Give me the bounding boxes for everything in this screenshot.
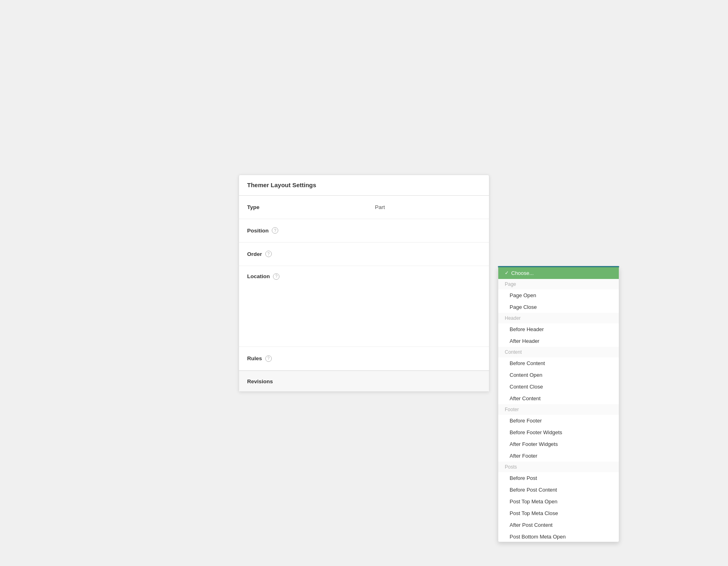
dropdown-group-content: Content bbox=[498, 347, 619, 357]
dropdown-item-after-footer[interactable]: After Footer bbox=[498, 450, 619, 462]
order-help-icon[interactable]: ? bbox=[265, 251, 272, 257]
dropdown-item-before-post-content[interactable]: Before Post Content bbox=[498, 484, 619, 496]
order-value-cell bbox=[368, 248, 489, 260]
dropdown-item-post-top-meta-open[interactable]: Post Top Meta Open bbox=[498, 496, 619, 507]
dropdown-item-page-open[interactable]: Page Open bbox=[498, 289, 619, 301]
settings-table: Type Part Position ? Order ? Locat bbox=[239, 196, 489, 371]
dropdown-item-content-close[interactable]: Content Close bbox=[498, 381, 619, 393]
revisions-section: Revisions bbox=[239, 371, 489, 391]
position-label-cell: Position ? bbox=[239, 222, 368, 239]
dropdown-group-page: Page bbox=[498, 279, 619, 289]
dropdown-item-before-footer-widgets[interactable]: Before Footer Widgets bbox=[498, 427, 619, 438]
order-row: Order ? bbox=[239, 243, 489, 266]
dropdown-item-page-close[interactable]: Page Close bbox=[498, 301, 619, 313]
dropdown-item-after-header[interactable]: After Header bbox=[498, 335, 619, 347]
position-value-cell bbox=[368, 225, 489, 236]
dropdown-item-content-open[interactable]: Content Open bbox=[498, 369, 619, 381]
order-label-cell: Order ? bbox=[239, 245, 368, 263]
type-label: Type bbox=[247, 204, 260, 210]
type-row: Type Part bbox=[239, 196, 489, 219]
dropdown-group-header: Header bbox=[498, 313, 619, 323]
checkmark-icon: ✓ bbox=[505, 270, 509, 276]
dropdown-item-before-header[interactable]: Before Header bbox=[498, 323, 619, 335]
revisions-title: Revisions bbox=[247, 378, 273, 384]
rules-label: Rules bbox=[247, 355, 262, 361]
position-label: Position bbox=[247, 228, 269, 234]
dropdown-item-after-footer-widgets[interactable]: After Footer Widgets bbox=[498, 438, 619, 450]
dropdown-item-choose[interactable]: ✓ Choose... bbox=[498, 267, 619, 279]
location-help-icon[interactable]: ? bbox=[273, 273, 279, 280]
dropdown-item-before-post[interactable]: Before Post bbox=[498, 472, 619, 484]
location-label: Location bbox=[247, 273, 270, 279]
dropdown-item-post-top-meta-close[interactable]: Post Top Meta Close bbox=[498, 507, 619, 519]
dropdown-item-post-bottom-meta-open[interactable]: Post Bottom Meta Open bbox=[498, 531, 619, 542]
panel-title: Themer Layout Settings bbox=[247, 182, 316, 188]
dropdown-item-before-content[interactable]: Before Content bbox=[498, 357, 619, 369]
location-value-cell: ✓ Choose... Page Page Open Page Close He… bbox=[368, 266, 489, 277]
type-value-cell: Part bbox=[368, 199, 489, 216]
rules-row: Rules ? bbox=[239, 347, 489, 370]
themer-layout-settings-panel: Themer Layout Settings Type Part Positio… bbox=[239, 175, 489, 392]
type-value: Part bbox=[375, 204, 385, 210]
panel-header: Themer Layout Settings bbox=[239, 175, 489, 196]
dropdown-item-after-post-content[interactable]: After Post Content bbox=[498, 519, 619, 531]
position-help-icon[interactable]: ? bbox=[272, 227, 278, 234]
rules-label-cell: Rules ? bbox=[239, 350, 368, 367]
rules-help-icon[interactable]: ? bbox=[265, 355, 272, 362]
location-row: Location ? ✓ Choose... Page bbox=[239, 266, 489, 347]
type-label-cell: Type bbox=[239, 199, 368, 216]
rules-value-cell bbox=[368, 353, 489, 364]
location-label-cell: Location ? bbox=[239, 266, 368, 285]
dropdown-group-footer: Footer bbox=[498, 404, 619, 415]
dropdown-group-posts: Posts bbox=[498, 462, 619, 472]
order-label: Order bbox=[247, 251, 262, 257]
dropdown-list[interactable]: ✓ Choose... Page Page Open Page Close He… bbox=[498, 267, 619, 542]
position-row: Position ? bbox=[239, 219, 489, 243]
dropdown-item-after-content[interactable]: After Content bbox=[498, 393, 619, 404]
location-dropdown[interactable]: ✓ Choose... Page Page Open Page Close He… bbox=[498, 266, 619, 542]
dropdown-item-before-footer[interactable]: Before Footer bbox=[498, 415, 619, 427]
